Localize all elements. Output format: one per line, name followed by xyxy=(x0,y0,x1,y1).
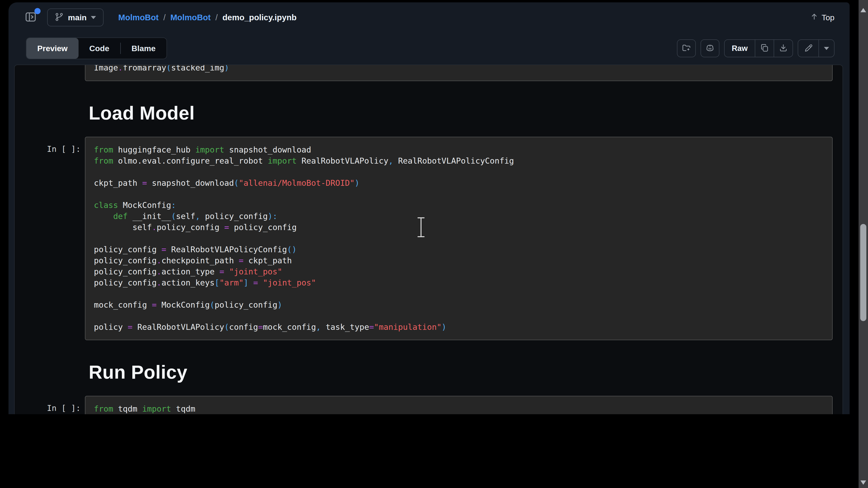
code-token: = xyxy=(161,245,166,254)
copy-raw-button[interactable] xyxy=(755,40,774,57)
code-line: policy_config.action_keys["arm"] = "join… xyxy=(94,277,824,288)
tab-blame[interactable]: Blame xyxy=(121,38,166,59)
code-token: self xyxy=(94,223,152,232)
code-token: = xyxy=(239,256,243,265)
branch-selector-button[interactable]: main xyxy=(47,8,103,26)
breadcrumb-dir-link[interactable]: MolmoBot xyxy=(170,13,211,22)
code-token: policy_config xyxy=(94,256,157,265)
code-token: = xyxy=(142,178,147,188)
code-line xyxy=(94,189,824,200)
edit-button-group xyxy=(798,39,835,57)
notification-dot xyxy=(34,8,40,14)
code-token: import xyxy=(268,156,297,165)
code-line: policy_config.checkpoint_path = ckpt_pat… xyxy=(94,255,824,266)
code-line: Image.fromarray(stacked_img) xyxy=(94,65,824,73)
code-line: class MockConfig: xyxy=(94,200,824,211)
code-token: from xyxy=(94,404,113,414)
code-token: = xyxy=(258,322,263,332)
download-button[interactable] xyxy=(774,40,793,57)
tab-preview[interactable]: Preview xyxy=(26,38,79,59)
markdown-heading: Load Model xyxy=(89,103,842,124)
scroll-to-top-link[interactable]: Top xyxy=(810,12,835,23)
code-token: policy xyxy=(94,322,128,332)
notebook-preview-pane: Image.fromarray(stacked_img)Load ModelIn… xyxy=(14,65,843,414)
code-token: = xyxy=(128,322,132,332)
code-token: ( xyxy=(210,300,214,310)
scrollbar-down-arrow[interactable] xyxy=(861,481,866,485)
code-token: () xyxy=(287,245,297,254)
code-token: . xyxy=(157,267,161,276)
code-token: __init__ xyxy=(128,212,171,221)
breadcrumb-repo-link[interactable]: MolmoBot xyxy=(118,13,158,22)
code-line: from olmo.eval.configure_real_robot impo… xyxy=(94,155,824,166)
code-token: MockConfig xyxy=(157,300,210,310)
page-scrollbar[interactable] xyxy=(859,0,868,488)
code-token: ] xyxy=(244,278,248,287)
code-token: ( xyxy=(171,212,176,221)
code-token: . xyxy=(157,256,161,265)
branch-name: main xyxy=(68,13,87,22)
copilot-button[interactable] xyxy=(701,39,719,57)
tab-code[interactable]: Code xyxy=(79,38,120,59)
code-token: ( xyxy=(224,322,229,332)
code-line: mock_config = MockConfig(policy_config) xyxy=(94,299,824,311)
code-token: = xyxy=(253,278,258,287)
code-token: mock_config xyxy=(94,300,152,310)
notebook-cell-row: In [ ]:from huggingface_hub import snaps… xyxy=(14,137,842,340)
code-token: ) xyxy=(277,300,282,310)
edit-file-button[interactable] xyxy=(798,40,818,57)
code-token: policy_config xyxy=(200,212,268,221)
breadcrumb-file-name: demo_policy.ipynb xyxy=(222,13,297,22)
code-token xyxy=(94,212,113,221)
code-token: def xyxy=(113,212,128,221)
download-icon xyxy=(779,43,788,54)
code-line xyxy=(94,311,824,322)
code-token: tqdm xyxy=(113,404,142,414)
code-token: = xyxy=(369,322,374,332)
scrollbar-up-arrow[interactable] xyxy=(861,8,866,12)
code-token: action_type xyxy=(161,267,220,276)
code-token: ( xyxy=(234,178,239,188)
code-token xyxy=(248,278,253,287)
code-token: class xyxy=(94,200,118,210)
code-token: "arm" xyxy=(219,278,243,287)
copilot-icon xyxy=(705,43,715,54)
file-tree-toggle-button[interactable] xyxy=(22,9,39,26)
code-token: ) xyxy=(441,322,446,332)
scrollbar-thumb[interactable] xyxy=(860,224,866,321)
code-token: MockConfig xyxy=(118,200,171,210)
edit-dropdown-button[interactable] xyxy=(819,40,834,57)
code-token: import xyxy=(142,404,171,414)
code-token: policy_config xyxy=(229,223,297,232)
code-token: = xyxy=(224,223,229,232)
code-token: , xyxy=(389,156,393,165)
code-token: = xyxy=(219,267,224,276)
raw-button[interactable]: Raw xyxy=(724,40,755,57)
code-token: import xyxy=(195,145,224,154)
code-line: self.policy_config = policy_config xyxy=(94,222,824,233)
git-branch-icon xyxy=(55,12,64,22)
file-header-bar: main MolmoBot / MolmoBot / demo_policy.i… xyxy=(8,2,849,33)
markdown-heading: Run Policy xyxy=(89,362,842,383)
code-token: = xyxy=(152,300,157,310)
code-token: from xyxy=(94,145,113,154)
scroll-to-top-label: Top xyxy=(822,13,835,22)
code-token: RealRobotVLAPolicy xyxy=(132,322,224,332)
workspace-folder-button[interactable] xyxy=(677,39,696,57)
chevron-down-icon xyxy=(91,16,96,19)
code-token: snapshot_download xyxy=(147,178,234,188)
code-token: "joint_pos" xyxy=(263,278,316,287)
code-token: self xyxy=(176,212,195,221)
code-token: RealRobotVLAPolicy xyxy=(297,156,389,165)
chevron-down-icon xyxy=(824,47,829,50)
code-token: . xyxy=(157,278,161,287)
code-token: policy_config xyxy=(94,267,157,276)
code-token: from xyxy=(94,156,113,165)
code-line: policy_config.action_type = "joint_pos" xyxy=(94,266,824,277)
code-line: ckpt_path = snapshot_download("allenai/M… xyxy=(94,177,824,189)
notebook-cell-row: Image.fromarray(stacked_img) xyxy=(14,65,842,81)
pencil-icon xyxy=(804,43,813,54)
code-token: task_type xyxy=(321,322,369,332)
code-token: ckpt_path xyxy=(94,178,142,188)
code-token: tqdm xyxy=(171,404,195,414)
